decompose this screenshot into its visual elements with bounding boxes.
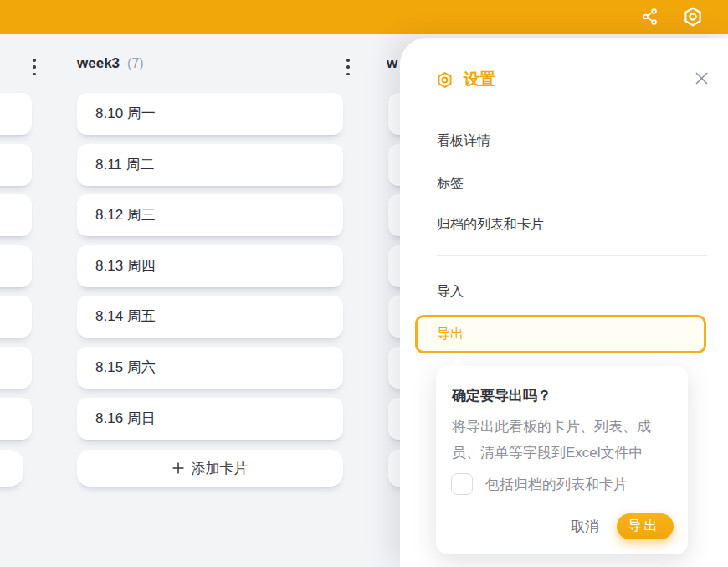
divider [437, 255, 707, 256]
add-card-label: 添加卡片 [192, 459, 249, 478]
card-title: 8.11 周二 [77, 144, 343, 186]
card[interactable]: 8.14 周五 [77, 296, 343, 338]
card-title: 8.14 周五 [77, 296, 343, 338]
card-partial[interactable] [0, 398, 32, 440]
card-title: 8.10 周一 [77, 93, 343, 135]
card[interactable]: 8.16 周日 [77, 398, 343, 440]
card-partial[interactable] [0, 93, 32, 135]
card-partial[interactable] [0, 194, 32, 236]
card[interactable]: 8.13 周四 [77, 245, 343, 287]
export-label: 导出 [418, 326, 464, 343]
menu-item-labels[interactable]: 标签 [437, 175, 464, 193]
checkbox-label: 包括归档的列表和卡片 [485, 475, 628, 494]
include-archived-option[interactable]: 包括归档的列表和卡片 [451, 473, 628, 495]
menu-item-archived[interactable]: 归档的列表和卡片 [437, 216, 544, 234]
card-title: 8.13 周四 [77, 245, 343, 287]
add-card-button[interactable]: 添加卡片 [77, 450, 343, 487]
settings-icon[interactable] [681, 5, 705, 28]
column-header: week3 (7) [77, 55, 144, 72]
card-partial[interactable] [0, 347, 32, 389]
share-icon[interactable] [641, 8, 659, 26]
column-title: week3 [77, 55, 120, 72]
column-menu-icon[interactable] [28, 58, 41, 76]
menu-item-import[interactable]: 导入 [437, 283, 464, 301]
card-title: 8.15 周六 [77, 347, 343, 389]
cancel-button[interactable]: 取消 [571, 513, 599, 539]
card[interactable]: 8.10 周一 [77, 93, 343, 135]
close-icon[interactable] [694, 70, 710, 86]
card-partial[interactable] [0, 296, 32, 338]
add-card-button-partial[interactable] [0, 450, 23, 487]
column-menu-icon[interactable] [341, 58, 355, 76]
popup-body-text: 将导出此看板的卡片、列表、成员、清单等字段到Excel文件中 [452, 414, 674, 466]
card-title: 8.12 周三 [77, 194, 343, 236]
menu-item-export-active[interactable]: 导出 [415, 315, 706, 353]
export-confirm-button[interactable]: 导出 [617, 513, 674, 539]
gear-icon [435, 70, 454, 90]
card-partial[interactable] [0, 245, 32, 287]
topbar [0, 0, 728, 34]
settings-panel-header: 设置 [435, 69, 495, 90]
plus-icon [172, 462, 184, 474]
card[interactable]: 8.12 周三 [77, 194, 343, 236]
card[interactable]: 8.15 周六 [77, 347, 343, 389]
card-title: 8.16 周日 [77, 398, 343, 440]
card[interactable]: 8.11 周二 [77, 144, 343, 186]
menu-item-board-details[interactable]: 看板详情 [437, 132, 490, 150]
checkbox-unchecked[interactable] [451, 473, 473, 495]
popup-actions: 取消 导出 [571, 513, 674, 539]
popup-title: 确定要导出吗？ [452, 386, 551, 405]
app-window: week3 (7) 8.10 周一 8.11 周二 8.12 周三 8.13 周… [0, 0, 728, 567]
column-title-partial: w [387, 55, 400, 72]
export-confirm-popup: 确定要导出吗？ 将导出此看板的卡片、列表、成员、清单等字段到Excel文件中 包… [436, 366, 688, 554]
settings-panel-title: 设置 [464, 69, 495, 90]
column-card-count: (7) [127, 56, 144, 71]
card-partial[interactable] [0, 144, 32, 186]
